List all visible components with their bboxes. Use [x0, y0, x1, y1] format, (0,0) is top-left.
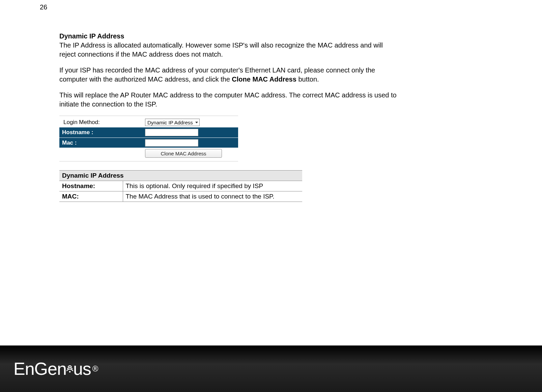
table-key-mac: MAC: — [59, 191, 123, 202]
table-row: MAC: The MAC Address that is used to con… — [59, 191, 302, 202]
page-number: 26 — [40, 3, 47, 11]
mac-label: Mac : — [59, 139, 144, 147]
table-row: Hostname: This is optional. Only require… — [59, 181, 302, 191]
svg-point-0 — [69, 371, 70, 373]
footer-bar: EnGen us ® — [0, 345, 542, 392]
table-val-mac: The MAC Address that is used to connect … — [123, 191, 302, 202]
table-val-hostname: This is optional. Only required if speci… — [123, 181, 302, 191]
paragraph-1: The IP Address is allocated automaticall… — [59, 41, 397, 59]
engenius-logo: EnGen us ® — [13, 359, 98, 379]
mac-input[interactable] — [145, 139, 198, 147]
paragraph-2: If your ISP has recorded the MAC address… — [59, 66, 397, 84]
table-header-row: Dynamic IP Address — [59, 171, 302, 181]
hostname-label: Hostname : — [59, 128, 144, 137]
table-key-hostname: Hostname: — [59, 181, 123, 191]
login-method-row: Login Method: Dynamic IP Address — [59, 117, 238, 127]
hostname-input[interactable] — [145, 129, 198, 136]
clone-mac-button[interactable]: Clone MAC Address — [145, 149, 222, 158]
clone-mac-bold-text: Clone MAC Address — [232, 76, 296, 83]
mac-row: Mac : — [59, 138, 238, 148]
paragraph-2a: If your ISP has recorded the MAC address… — [59, 66, 375, 83]
paragraph-3: This will replace the AP Router MAC addr… — [59, 91, 397, 109]
brand-text-b: us — [73, 359, 91, 379]
registered-mark-icon: ® — [92, 364, 98, 373]
hostname-row: Hostname : — [59, 127, 238, 138]
config-form-panel: Login Method: Dynamic IP Address Hostnam… — [59, 116, 238, 161]
login-method-label: Login Method: — [59, 118, 144, 127]
section-heading: Dynamic IP Address — [59, 32, 397, 40]
chevron-down-icon — [195, 122, 198, 123]
login-method-value: Dynamic IP Address — [147, 120, 193, 125]
table-header: Dynamic IP Address — [59, 171, 302, 181]
brand-text-a: EnGen — [13, 359, 66, 379]
paragraph-2b: button. — [296, 76, 319, 83]
main-content: Dynamic IP Address The IP Address is all… — [59, 32, 397, 202]
wifi-wave-icon — [65, 357, 74, 377]
info-table: Dynamic IP Address Hostname: This is opt… — [59, 170, 302, 202]
login-method-select[interactable]: Dynamic IP Address — [145, 119, 200, 126]
